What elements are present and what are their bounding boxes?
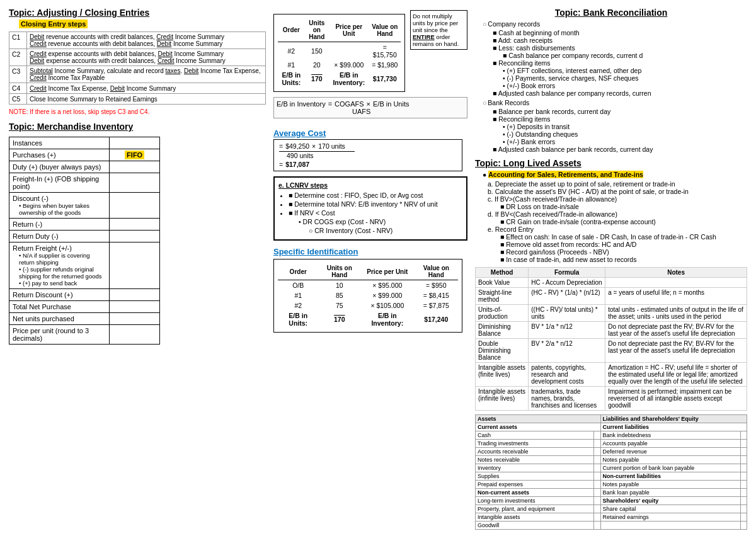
fifo-note: Do not multiply units by price per unit … [410, 10, 467, 50]
eb-formula: E/B in Inventory = COGAFS × E/B in Units… [273, 97, 467, 118]
c2b-text: Debit expense accounts with credit balan… [30, 57, 263, 64]
spec-id-label: Specific Identification [273, 247, 358, 256]
merch-freight-in: Freight-In (+) (FOB shipping point) [13, 175, 99, 190]
lla-title: Topic: Long Lived Assets [475, 158, 747, 168]
fifo-badge: FIFO [125, 151, 144, 159]
merch-total-net-purchase: Total Net Purchase [13, 303, 71, 311]
table-row: E/B in Units: 170 E/B in Inventory: $17,… [278, 311, 458, 328]
bs-current-assets: Current assets [476, 423, 601, 431]
merch-purchases: Purchases (+) [13, 151, 56, 159]
table-row: Intangible assets (finite lives) patents… [476, 363, 747, 387]
merch-return-discount: Return Discount (+) [13, 291, 73, 299]
merch-instances: Instances [13, 139, 42, 147]
bank-records-label: Bank Records [488, 99, 529, 106]
table-row: #1 85 × $99.000 = $8,415 [278, 290, 458, 300]
spec-col-order: Order [278, 263, 318, 280]
merch-return-freight: Return Freight (+/-) [13, 244, 106, 252]
table-row: #1 20 × $99.000 = $1,980 [278, 60, 401, 70]
bank-rec-title: Topic: Bank Reconciliation [475, 8, 747, 18]
topic1-title: Topic: Adjusting / Closing Entries [9, 8, 266, 18]
c1a-text: Debit revenue accounts with credit balan… [30, 33, 263, 40]
fifo-col-units: Units on Hand [305, 18, 329, 42]
fifo-col-value: Value on Hand [369, 18, 401, 42]
fifo-col-order: Order [278, 18, 305, 42]
c3-text: Subtotal Income Summary, calculate and r… [30, 67, 261, 81]
avg-cost-calc: = $49,250 × 170 units 490 units = $17,08… [273, 139, 462, 171]
fifo-col-price: Price per Unit [329, 18, 369, 42]
c2-label: C2 [12, 50, 20, 58]
bs-assets-header: Assets [476, 415, 601, 423]
bs-liab-header: Liabilities and Shareholders' Equity [600, 415, 747, 423]
avg-cost-label: Average Cost [273, 128, 326, 138]
table-row: Double Diminishing Balance BV * 2/a * n/… [476, 339, 747, 363]
c5-label: C5 [12, 95, 20, 103]
table-row: Units-of-production ((HC - RV)/ total un… [476, 305, 747, 322]
table-row: #2 75 × $105.000 = $7,875 [278, 300, 458, 311]
table-row: #2 150 = $15,750 [278, 42, 401, 60]
c3-label: C3 [12, 67, 20, 75]
lcnrv-label: e. LCNRV steps [278, 181, 462, 189]
note-text: NOTE: If there is a net loss, skip steps… [9, 108, 266, 115]
c5-text: Close Income Summary to Retained Earning… [30, 96, 158, 103]
c4-text: Credit Income Tax Expense, Debit Income … [30, 85, 176, 92]
closing-steps-label: Closing Entry steps [19, 20, 88, 28]
merch-net-units: Net units purchased [13, 315, 74, 322]
merch-discount: Discount (-) [13, 195, 106, 202]
topic2-title: Topic: Merchandise Inventory [9, 122, 266, 132]
lla-highlight: Accounting for Sales, Retirements, and T… [488, 171, 643, 178]
spec-col-units: Units on Hand [318, 263, 360, 280]
spec-col-value: Value on Hand [415, 263, 458, 280]
merch-return: Return (-) [13, 220, 42, 228]
c1-label: C1 [12, 33, 20, 41]
lcnrv-box: e. LCNRV steps ■ Determine cost : FIFO, … [273, 176, 467, 241]
spec-col-price: Price per Unit [360, 263, 414, 280]
dep-notes-header: Notes [605, 268, 747, 278]
bs-current-liab: Current liabilities [600, 423, 747, 431]
table-row: Diminishing Balance BV * 1/a * n/12 Do n… [476, 322, 747, 339]
table-row: Intangible assets (infinite lives) trade… [476, 387, 747, 411]
merch-duty: Duty (+) (buyer always pays) [13, 163, 101, 171]
c4-label: C4 [12, 84, 20, 92]
merch-price-per-unit: Price per unit (round to 3 decimals) [13, 327, 89, 342]
merch-return-duty: Return Duty (-) [13, 232, 59, 240]
table-row: O/B 10 × $95.000 = $950 [278, 280, 458, 291]
c2a-text: Credit expense accounts with debit balan… [30, 50, 263, 57]
c1b-text: Credit revenue accounts with debit balan… [30, 40, 263, 47]
table-row: Book Value HC - Accum Depreciation [476, 278, 747, 288]
dep-formula-header: Formula [529, 268, 605, 278]
table-row: E/B in Units: 170 E/B in Inventory: $17,… [278, 70, 401, 88]
dep-method-header: Method [476, 268, 529, 278]
table-row: Straight-line method (HC - RV) * (1/a) *… [476, 288, 747, 305]
bank-company-records: Company records [488, 20, 540, 28]
